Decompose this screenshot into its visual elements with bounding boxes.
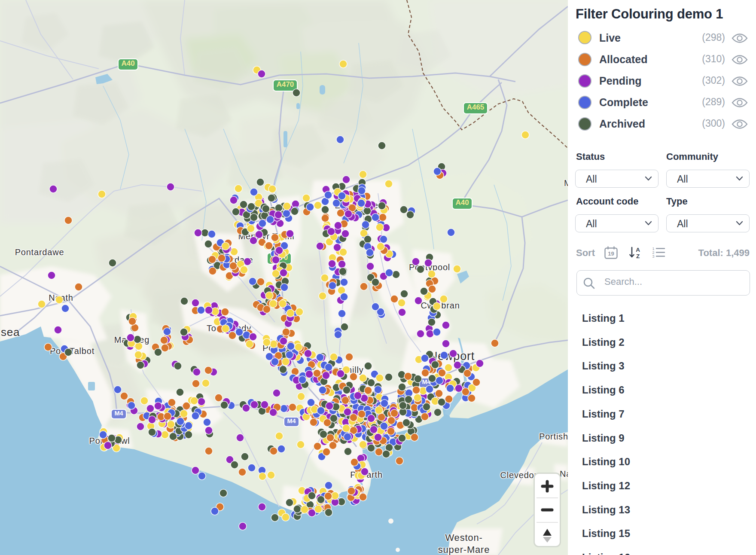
svg-text:Z: Z: [636, 253, 640, 259]
svg-text:3: 3: [652, 254, 654, 258]
svg-text:A: A: [636, 247, 640, 253]
svg-text:19: 19: [608, 250, 614, 257]
